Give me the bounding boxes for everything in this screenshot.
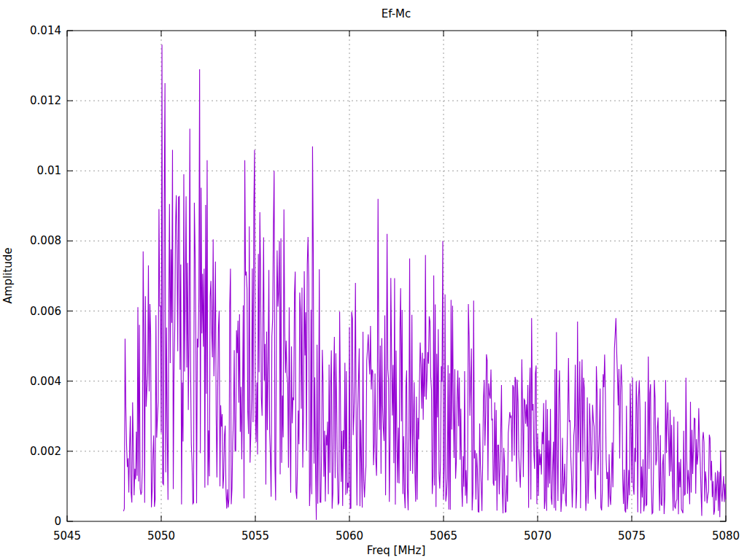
x-axis-label: Freq [MHz] [367, 544, 426, 557]
y-axis-label: Amplitude [1, 248, 15, 304]
y-tick-label: 0.002 [30, 445, 61, 458]
x-tick-label: 5065 [430, 529, 457, 542]
plot-canvas: Ef-Mc Freq [MHz] Amplitude 5045505050555… [0, 0, 747, 560]
y-tick-label: 0.01 [37, 164, 61, 177]
spectrum-line [123, 44, 726, 520]
y-tick-label: 0 [54, 515, 61, 528]
y-tick-label: 0.012 [30, 94, 61, 107]
y-tick-label: 0.006 [30, 305, 61, 318]
x-tick-label: 5045 [53, 529, 81, 542]
x-tick-label: 5075 [618, 529, 646, 542]
y-tick-label: 0.008 [30, 234, 61, 247]
gnuplot-figure: Ef-Mc Freq [MHz] Amplitude 5045505050555… [0, 0, 747, 560]
data-series [123, 44, 726, 520]
y-tick-label: 0.014 [30, 24, 61, 37]
y-tick-label: 0.004 [30, 375, 61, 388]
x-tick-label: 5060 [336, 529, 363, 542]
x-tick-label: 5055 [241, 529, 269, 542]
chart-title: Ef-Mc [382, 7, 411, 20]
x-tick-label: 5070 [524, 529, 551, 542]
x-tick-label: 5080 [712, 529, 740, 542]
x-tick-label: 5050 [147, 529, 175, 542]
